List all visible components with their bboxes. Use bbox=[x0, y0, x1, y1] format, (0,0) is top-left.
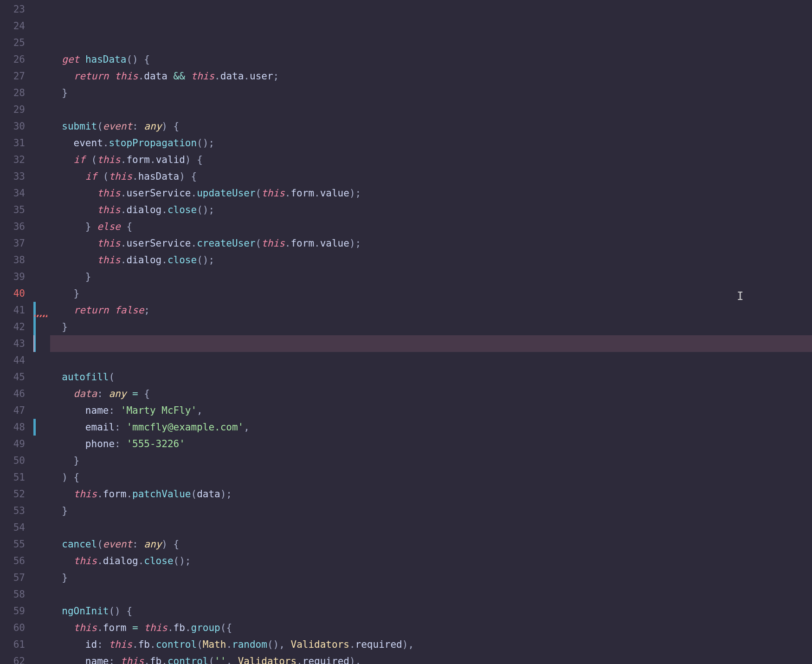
line-number[interactable]: 51 bbox=[0, 469, 25, 486]
code-line[interactable]: return this.data && this.data.user; bbox=[50, 68, 812, 85]
line-number[interactable]: 23 bbox=[0, 1, 25, 18]
token: . bbox=[144, 656, 150, 664]
code-line[interactable]: this.dialog.close(); bbox=[50, 202, 812, 218]
line-number[interactable]: 48 bbox=[0, 419, 25, 436]
line-number[interactable]: 40 bbox=[0, 285, 25, 302]
token: form bbox=[103, 622, 127, 633]
code-line[interactable]: ngOnInit() { bbox=[50, 603, 812, 619]
code-line[interactable] bbox=[50, 101, 812, 118]
line-number[interactable]: 57 bbox=[0, 569, 25, 586]
code-line[interactable]: email: 'mmcfly@example.com', bbox=[50, 419, 812, 436]
line-number[interactable]: 50 bbox=[0, 452, 25, 469]
code-line[interactable]: } bbox=[50, 319, 812, 335]
line-number[interactable]: 32 bbox=[0, 151, 25, 168]
code-line[interactable]: } bbox=[50, 452, 812, 469]
line-number[interactable]: 43 bbox=[0, 335, 25, 352]
code-line[interactable]: this.form.patchValue(data); bbox=[50, 486, 812, 502]
line-number[interactable]: 33 bbox=[0, 168, 25, 185]
code-line[interactable]: name: 'Marty McFly', bbox=[50, 402, 812, 419]
line-number[interactable]: 47 bbox=[0, 402, 25, 419]
code-line[interactable]: return false; bbox=[50, 302, 812, 319]
token: . bbox=[185, 622, 191, 633]
code-line[interactable]: ) { bbox=[50, 469, 812, 486]
token: dialog bbox=[126, 254, 161, 266]
line-number[interactable]: 55 bbox=[0, 536, 25, 553]
line-number[interactable]: 42 bbox=[0, 319, 25, 335]
code-line[interactable]: data: any = { bbox=[50, 385, 812, 402]
code-line[interactable]: } else { bbox=[50, 218, 812, 235]
code-line[interactable]: this.userService.updateUser(this.form.va… bbox=[50, 185, 812, 202]
line-number[interactable]: 56 bbox=[0, 553, 25, 569]
line-number[interactable]: 24 bbox=[0, 18, 25, 34]
token bbox=[50, 488, 74, 500]
code-line[interactable]: get hasData() { bbox=[50, 51, 812, 68]
code-line[interactable]: } bbox=[50, 268, 812, 285]
code-line[interactable]: phone: '555-3226' bbox=[50, 436, 812, 452]
code-line[interactable]: } bbox=[50, 502, 812, 519]
token: ( bbox=[256, 188, 262, 199]
code-editor[interactable]: 2324252627282930313233343536373839404142… bbox=[0, 0, 812, 664]
code-line[interactable]: } bbox=[50, 85, 812, 101]
code-line[interactable]: this.dialog.close(); bbox=[50, 252, 812, 268]
code-line[interactable]: } bbox=[50, 569, 812, 586]
token bbox=[138, 539, 144, 550]
code-line[interactable]: name: this.fb.control('', Validators.req… bbox=[50, 653, 812, 664]
line-number[interactable]: 44 bbox=[0, 352, 25, 369]
code-line[interactable]: cancel(event: any) { bbox=[50, 536, 812, 553]
line-number[interactable]: 62 bbox=[0, 653, 25, 664]
token bbox=[50, 371, 62, 383]
line-number[interactable]: 37 bbox=[0, 235, 25, 252]
code-line[interactable] bbox=[50, 519, 812, 536]
code-line[interactable]: } bbox=[50, 285, 812, 302]
token: . bbox=[103, 137, 109, 149]
line-number[interactable]: 46 bbox=[0, 385, 25, 402]
line-number[interactable]: 54 bbox=[0, 519, 25, 536]
line-number[interactable]: 49 bbox=[0, 436, 25, 452]
line-number[interactable]: 38 bbox=[0, 252, 25, 268]
line-number[interactable]: 53 bbox=[0, 502, 25, 519]
line-number[interactable]: 30 bbox=[0, 118, 25, 135]
token: cancel bbox=[62, 539, 97, 550]
code-line[interactable]: event.stopPropagation(); bbox=[50, 135, 812, 151]
token: name bbox=[85, 405, 109, 416]
code-line[interactable] bbox=[50, 335, 812, 352]
token: event bbox=[74, 137, 103, 149]
line-number[interactable]: 35 bbox=[0, 202, 25, 218]
line-number[interactable]: 60 bbox=[0, 619, 25, 636]
line-number[interactable]: 61 bbox=[0, 636, 25, 653]
line-number[interactable]: 31 bbox=[0, 135, 25, 151]
token: Validators bbox=[238, 656, 296, 664]
token: () { bbox=[109, 605, 132, 617]
token: . bbox=[132, 171, 138, 182]
code-line[interactable]: submit(event: any) { bbox=[50, 118, 812, 135]
line-number[interactable]: 36 bbox=[0, 218, 25, 235]
code-area[interactable]: I get hasData() { return this.data && th… bbox=[50, 0, 812, 664]
line-number[interactable]: 45 bbox=[0, 369, 25, 385]
line-number-gutter[interactable]: 2324252627282930313233343536373839404142… bbox=[0, 0, 33, 664]
line-number[interactable]: 28 bbox=[0, 85, 25, 101]
line-number[interactable]: 52 bbox=[0, 486, 25, 502]
line-number[interactable]: 41 bbox=[0, 302, 25, 319]
line-number[interactable]: 58 bbox=[0, 586, 25, 603]
line-number[interactable]: 34 bbox=[0, 185, 25, 202]
code-line[interactable]: autofill( bbox=[50, 369, 812, 385]
code-line[interactable]: this.dialog.close(); bbox=[50, 553, 812, 569]
line-number[interactable]: 59 bbox=[0, 603, 25, 619]
code-line[interactable]: id: this.fb.control(Math.random(), Valid… bbox=[50, 636, 812, 653]
line-number[interactable]: 27 bbox=[0, 68, 25, 85]
token: control bbox=[156, 639, 197, 650]
code-line[interactable]: this.form = this.fb.group({ bbox=[50, 619, 812, 636]
line-number[interactable]: 26 bbox=[0, 51, 25, 68]
code-line[interactable] bbox=[50, 586, 812, 603]
line-number[interactable]: 25 bbox=[0, 34, 25, 51]
token: . bbox=[226, 639, 232, 650]
token: } bbox=[50, 572, 68, 583]
line-number[interactable]: 39 bbox=[0, 268, 25, 285]
code-line[interactable]: if (this.form.valid) { bbox=[50, 151, 812, 168]
code-line[interactable] bbox=[50, 352, 812, 369]
token: . bbox=[138, 71, 144, 82]
code-line[interactable]: this.userService.createUser(this.form.va… bbox=[50, 235, 812, 252]
line-number[interactable]: 29 bbox=[0, 101, 25, 118]
code-line[interactable]: if (this.hasData) { bbox=[50, 168, 812, 185]
token bbox=[168, 71, 174, 82]
